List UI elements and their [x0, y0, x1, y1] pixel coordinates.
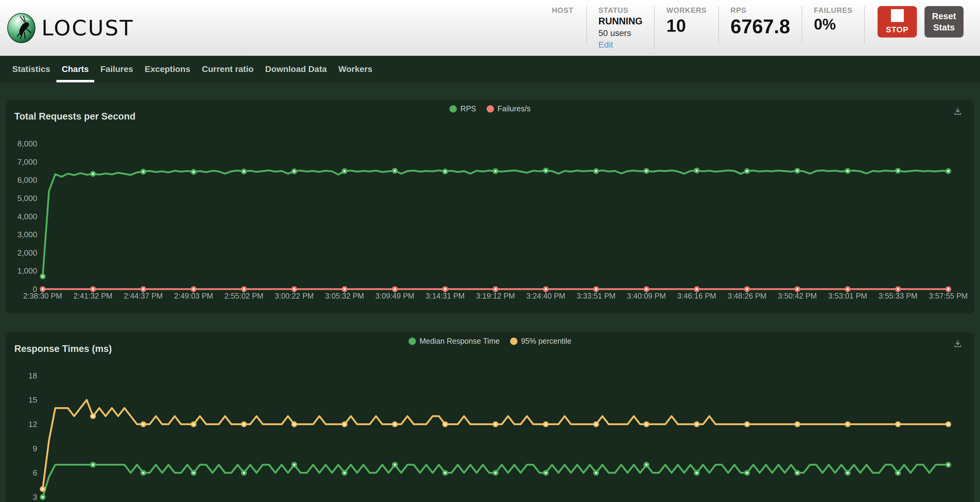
- response-times-chart: 181512963: [6, 332, 974, 502]
- stat-status-label: STATUS: [598, 6, 643, 14]
- tab-charts[interactable]: Charts: [62, 56, 89, 82]
- legend-label-median: Median Response Time: [420, 337, 500, 346]
- legend-label-rps: RPS: [460, 104, 476, 113]
- svg-text:6: 6: [33, 468, 37, 477]
- rps-value: 6767.8: [730, 16, 790, 37]
- svg-text:8,000: 8,000: [18, 139, 37, 148]
- tab-statistics[interactable]: Statistics: [12, 56, 50, 82]
- stat-host: HOST: [552, 6, 587, 43]
- svg-text:12: 12: [29, 420, 37, 429]
- download-chart-icon[interactable]: [953, 106, 963, 116]
- tab-exceptions[interactable]: Exceptions: [145, 56, 190, 82]
- tab-download-data[interactable]: Download Data: [265, 56, 327, 82]
- legend-label-failures: Failures/s: [498, 104, 531, 113]
- download-chart-icon[interactable]: [953, 338, 963, 349]
- svg-text:6,000: 6,000: [18, 175, 37, 185]
- header-stats: HOST STATUS RUNNING 50 users Edit WORKER…: [552, 6, 964, 50]
- rps-chart-legend: RPS Failures/s: [6, 104, 974, 113]
- svg-text:3,000: 3,000: [18, 230, 37, 239]
- svg-text:18: 18: [29, 371, 37, 380]
- app-title: LOCUST: [41, 18, 134, 39]
- header-buttons: STOP Reset Stats: [878, 6, 964, 38]
- top-header: LOCUST HOST STATUS RUNNING 50 users Edit…: [0, 0, 980, 56]
- tab-current-ratio[interactable]: Current ratio: [202, 56, 254, 82]
- legend-dot-green: [409, 338, 416, 345]
- main-nav: Statistics Charts Failures Exceptions Cu…: [0, 56, 980, 82]
- reset-stats-button[interactable]: Reset Stats: [924, 6, 964, 38]
- response-times-chart-legend: Median Response Time 95% percentile: [6, 337, 974, 346]
- tab-workers[interactable]: Workers: [339, 56, 372, 82]
- legend-dot-red: [487, 105, 494, 113]
- svg-text:7,000: 7,000: [18, 157, 37, 167]
- failures-value: 0%: [814, 16, 853, 33]
- legend-item-p95[interactable]: 95% percentile: [510, 337, 571, 346]
- stat-rps: RPS 6767.8: [719, 6, 803, 43]
- legend-dot-green: [449, 105, 457, 113]
- legend-label-p95: 95% percentile: [521, 337, 571, 346]
- response-times-chart-panel: 181512963 Response Times (ms) Median Res…: [6, 332, 974, 502]
- svg-text:3: 3: [33, 492, 37, 502]
- locust-logo-icon: [7, 13, 36, 43]
- legend-item-median[interactable]: Median Response Time: [409, 337, 500, 346]
- user-count: 50 users: [598, 29, 643, 38]
- stat-failures-label: FAILURES: [814, 6, 853, 14]
- stat-host-label: HOST: [552, 6, 574, 14]
- svg-text:1,000: 1,000: [18, 266, 37, 276]
- legend-dot-yellow: [510, 338, 517, 345]
- workers-value: 10: [666, 16, 706, 35]
- edit-link[interactable]: Edit: [598, 40, 613, 50]
- svg-text:5,000: 5,000: [18, 194, 37, 203]
- legend-item-rps[interactable]: RPS: [449, 104, 476, 113]
- brand: LOCUST: [7, 13, 134, 43]
- stop-square-icon: [891, 9, 904, 22]
- tab-failures[interactable]: Failures: [100, 56, 133, 82]
- svg-text:9: 9: [33, 444, 37, 453]
- stat-workers-label: WORKERS: [666, 6, 706, 14]
- stat-status: STATUS RUNNING 50 users Edit: [587, 6, 655, 50]
- stat-workers: WORKERS 10: [655, 6, 719, 43]
- stop-button[interactable]: STOP: [878, 6, 917, 38]
- svg-text:4,000: 4,000: [18, 212, 37, 221]
- stop-button-label: STOP: [886, 25, 908, 35]
- stat-rps-label: RPS: [730, 6, 790, 14]
- rps-chart: 8,0007,0006,0005,0004,0003,0002,0001,000…: [6, 100, 974, 314]
- legend-item-failures[interactable]: Failures/s: [487, 104, 531, 113]
- svg-text:15: 15: [29, 395, 37, 405]
- stat-failures: FAILURES 0%: [802, 6, 865, 43]
- status-value: RUNNING: [598, 16, 643, 27]
- rps-chart-panel: 8,0007,0006,0005,0004,0003,0002,0001,000…: [6, 100, 974, 314]
- svg-text:2,000: 2,000: [18, 248, 37, 257]
